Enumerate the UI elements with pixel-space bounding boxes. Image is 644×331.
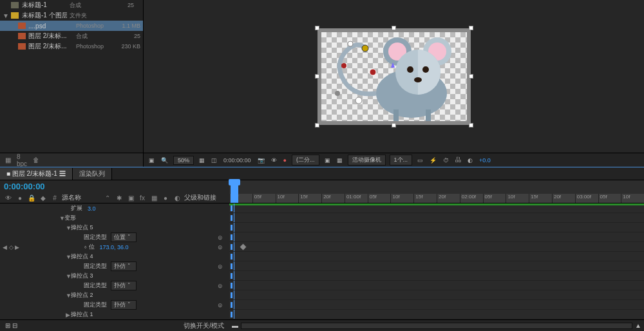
views-select[interactable]: 1个... — [390, 155, 413, 166]
zoom-out-icon[interactable]: ▬ — [232, 322, 238, 329]
track-row[interactable] — [229, 310, 644, 319]
flowchart-icon[interactable]: 品 — [454, 156, 462, 164]
timeline-icon[interactable]: ⏱ — [442, 157, 450, 164]
track-in-marker[interactable] — [231, 225, 232, 231]
track-row[interactable] — [229, 252, 644, 261]
project-item[interactable]: 图层 2/未标...Photoshop230 KB — [0, 41, 143, 52]
track-row[interactable] — [229, 261, 644, 271]
track-in-marker[interactable] — [231, 254, 232, 260]
pickwhip-icon[interactable]: ⊚ — [218, 244, 223, 251]
pickwhip-icon[interactable]: ⊚ — [218, 263, 223, 270]
project-item[interactable]: 未标题-1合成25 — [0, 0, 143, 10]
mask-icon[interactable]: ◫ — [210, 157, 218, 164]
pixel-aspect-icon[interactable]: ▭ — [416, 157, 424, 164]
interpret-footage-icon[interactable]: ▦ — [3, 155, 13, 166]
track-in-marker[interactable] — [231, 234, 232, 240]
twisty-icon[interactable]: ▼ — [66, 225, 71, 231]
toggle-switches-icon[interactable]: ⊞ ⊟ — [5, 322, 17, 329]
property-value[interactable]: 173.0, 36.0 — [100, 244, 129, 251]
comp-frame[interactable] — [317, 28, 471, 125]
solo-column-icon[interactable]: ● — [15, 193, 24, 202]
property-row[interactable]: ▼操控点 2 — [0, 290, 229, 300]
timeline-zoom-scrollbar[interactable] — [241, 323, 632, 329]
handle-tl[interactable] — [315, 26, 319, 30]
keyframe-diamond[interactable] — [240, 244, 247, 251]
lock-column-icon[interactable]: 🔒 — [27, 193, 36, 202]
eye-column-icon[interactable]: 👁 — [4, 193, 13, 202]
resolution-select[interactable]: (二分... — [292, 155, 319, 166]
property-row[interactable]: ▼变形 — [0, 213, 229, 223]
property-row[interactable]: ▶操控点 1 — [0, 310, 229, 319]
track-row[interactable] — [229, 203, 644, 213]
track-row[interactable] — [229, 232, 644, 242]
track-row[interactable] — [229, 242, 644, 252]
property-row[interactable]: 扩展3.0 — [0, 203, 229, 213]
exposure-value[interactable]: +0.0 — [478, 157, 492, 164]
twisty-icon[interactable]: ▶ — [66, 312, 71, 318]
property-row[interactable]: ◀ ◇ ▶⬨ 位173.0, 36.0⊚ — [0, 242, 229, 252]
track-in-marker[interactable] — [231, 215, 232, 221]
handle-bc[interactable] — [392, 123, 396, 128]
timeline-tab[interactable]: ■ 图层 2/未标题-1 ☰ — [0, 168, 73, 180]
grid-icon[interactable]: ▦ — [198, 157, 206, 164]
handle-tr[interactable] — [469, 26, 473, 30]
track-row[interactable] — [229, 223, 644, 232]
track-in-marker[interactable] — [231, 263, 232, 269]
transparency-icon[interactable]: ▦ — [336, 157, 344, 164]
snapshot-icon[interactable]: 📷 — [256, 157, 266, 164]
fast-preview-icon[interactable]: ⚡ — [428, 157, 438, 164]
track-in-marker[interactable] — [231, 302, 232, 308]
project-item[interactable]: 图层 2/未标...合成25 — [0, 31, 143, 41]
property-row[interactable]: 固定类型扑仿 ˅⊚ — [0, 261, 229, 271]
project-item[interactable]: ▼未标题-1 个图层文件夹 — [0, 10, 143, 21]
always-preview-icon[interactable]: ▣ — [147, 157, 156, 164]
parent-header[interactable]: 父级和链接 — [184, 193, 223, 202]
track-row[interactable] — [229, 300, 644, 310]
track-row[interactable] — [229, 281, 644, 290]
track-in-marker[interactable] — [231, 205, 232, 211]
trash-icon[interactable]: 🗑 — [31, 155, 41, 166]
label-column-icon[interactable]: ◆ — [39, 193, 48, 202]
track-in-marker[interactable] — [231, 273, 232, 279]
twisty-icon[interactable]: ▼ — [59, 215, 64, 222]
canvas-area[interactable] — [144, 0, 644, 153]
pickwhip-icon[interactable]: ⊚ — [218, 283, 223, 289]
property-row[interactable]: ▼操控点 4 — [0, 252, 229, 261]
time-ruler[interactable]: 00f05f10f15f20f01:00f05f10f15f20f02:00f0… — [229, 180, 644, 203]
zoom-select[interactable]: 50% — [173, 156, 194, 165]
pickwhip-icon[interactable]: ⊚ — [218, 234, 223, 241]
timeline-tracks[interactable] — [229, 203, 644, 319]
track-in-marker[interactable] — [231, 312, 232, 317]
source-name-header[interactable]: 源名称 — [62, 193, 100, 202]
property-dropdown[interactable]: 位置 ˅ — [111, 232, 137, 242]
property-row[interactable]: 固定类型扑仿 ˅⊚ — [0, 300, 229, 310]
property-dropdown[interactable]: 扑仿 ˅ — [111, 300, 137, 310]
track-row[interactable] — [229, 290, 644, 300]
toggle-switches-label[interactable]: 切换开关/模式 — [184, 321, 224, 330]
handle-br[interactable] — [469, 123, 473, 128]
handle-tc[interactable] — [392, 26, 396, 30]
roi-icon[interactable]: ▣ — [323, 157, 332, 164]
track-row[interactable] — [229, 271, 644, 281]
bpc-label[interactable]: 8 bpc — [17, 155, 27, 166]
twisty-icon[interactable]: ▼ — [66, 292, 71, 299]
track-in-marker[interactable] — [231, 283, 232, 288]
shy-icon[interactable]: ⌃ — [103, 193, 112, 202]
handle-mr[interactable] — [469, 74, 473, 79]
track-in-marker[interactable] — [231, 244, 232, 250]
reset-exposure-icon[interactable]: ◐ — [466, 157, 474, 164]
handle-bl[interactable] — [315, 123, 319, 128]
timeline-tab[interactable]: 渲染队列 — [73, 168, 112, 180]
twisty-icon[interactable]: ▼ — [3, 12, 8, 19]
channel-icon[interactable]: ● — [282, 157, 288, 164]
handle-ml[interactable] — [315, 74, 319, 79]
track-row[interactable] — [229, 213, 644, 223]
property-row[interactable]: 固定类型扑仿 ˅⊚ — [0, 281, 229, 290]
magnify-icon[interactable]: 🔍 — [160, 157, 169, 164]
track-in-marker[interactable] — [231, 292, 232, 298]
property-row[interactable]: ▼操控点 5 — [0, 223, 229, 232]
property-row[interactable]: ▼操控点 3 — [0, 271, 229, 281]
pickwhip-icon[interactable]: ⊚ — [218, 302, 223, 308]
time-display[interactable]: 0:00:00:00 — [222, 157, 252, 164]
show-snapshot-icon[interactable]: 👁 — [270, 157, 278, 164]
